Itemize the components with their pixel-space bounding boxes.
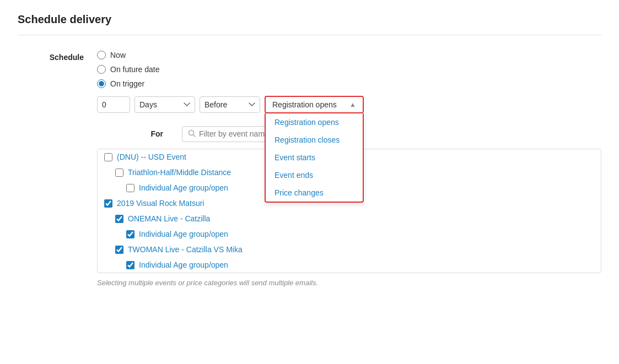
event-name-3: Individual Age group/open <box>139 183 228 192</box>
event-checkbox-4[interactable] <box>104 199 112 208</box>
for-label: For <box>97 129 163 138</box>
event-item[interactable]: TWOMAN Live - Catzilla VS Mika <box>98 242 601 257</box>
note-text: Selecting multiple events or price categ… <box>97 279 601 287</box>
divider <box>18 35 601 35</box>
schedule-trigger-label: On trigger <box>110 79 144 88</box>
trigger-dropdown-wrapper: Registration opens ▲ Registration opens … <box>265 96 364 113</box>
event-name-2: Triathlon-Half/Middle Distance <box>128 168 231 177</box>
trigger-row: Days Weeks Months Before After Registrat… <box>97 96 364 113</box>
event-checkbox-1[interactable] <box>104 153 112 161</box>
chevron-up-icon: ▲ <box>349 101 356 108</box>
days-input[interactable] <box>97 96 130 113</box>
event-checkbox-3[interactable] <box>126 184 134 192</box>
svg-line-1 <box>193 134 196 137</box>
trigger-dropdown-menu: Registration opens Registration closes E… <box>265 113 364 203</box>
event-checkbox-2[interactable] <box>115 169 123 177</box>
before-select-wrapper: Before After <box>200 96 260 113</box>
event-name-8: Individual Age group/open <box>139 260 228 269</box>
schedule-now-option[interactable]: Now <box>97 51 364 59</box>
trigger-dropdown-selected-label: Registration opens <box>272 100 337 109</box>
days-select-wrapper: Days Weeks Months <box>134 96 195 113</box>
dropdown-item-reg-opens[interactable]: Registration opens <box>266 113 363 131</box>
event-name-4: 2019 Visual Rock Matsuri <box>117 199 204 208</box>
event-checkbox-5[interactable] <box>115 215 123 223</box>
event-item[interactable]: Individual Age group/open <box>98 226 601 242</box>
before-select[interactable]: Before After <box>200 96 260 113</box>
event-name-1: (DNU) -- USD Event <box>117 153 186 161</box>
schedule-future-option[interactable]: On future date <box>97 65 364 74</box>
search-icon <box>188 129 196 139</box>
dropdown-item-event-starts[interactable]: Event starts <box>266 149 363 166</box>
schedule-now-label: Now <box>110 51 126 59</box>
event-item[interactable]: Individual Age group/open <box>98 257 601 273</box>
trigger-dropdown-button[interactable]: Registration opens ▲ <box>265 96 364 113</box>
event-checkbox-6[interactable] <box>126 230 134 238</box>
dropdown-item-reg-closes[interactable]: Registration closes <box>266 131 363 149</box>
schedule-row: Schedule Now On future date On trigger D… <box>18 51 601 142</box>
dropdown-item-price-changes[interactable]: Price changes <box>266 184 363 202</box>
dropdown-item-event-ends[interactable]: Event ends <box>266 166 363 184</box>
days-select[interactable]: Days Weeks Months <box>134 96 195 113</box>
schedule-future-radio[interactable] <box>97 65 106 74</box>
schedule-future-label: On future date <box>110 65 160 74</box>
page-title: Schedule delivery <box>18 13 601 26</box>
event-checkbox-8[interactable] <box>126 261 134 269</box>
schedule-trigger-option[interactable]: On trigger <box>97 79 364 88</box>
schedule-label: Schedule <box>18 51 84 62</box>
schedule-radio-group: Now On future date On trigger Days Weeks… <box>97 51 364 142</box>
event-name-6: Individual Age group/open <box>139 230 228 238</box>
schedule-trigger-radio[interactable] <box>97 79 106 88</box>
event-checkbox-7[interactable] <box>115 246 123 254</box>
page-container: Schedule delivery Schedule Now On future… <box>0 0 619 300</box>
event-item[interactable]: ONEMAN Live - Catzilla <box>98 211 601 226</box>
schedule-now-radio[interactable] <box>97 51 106 59</box>
event-name-5: ONEMAN Live - Catzilla <box>128 214 210 223</box>
event-name-7: TWOMAN Live - Catzilla VS Mika <box>128 245 243 254</box>
